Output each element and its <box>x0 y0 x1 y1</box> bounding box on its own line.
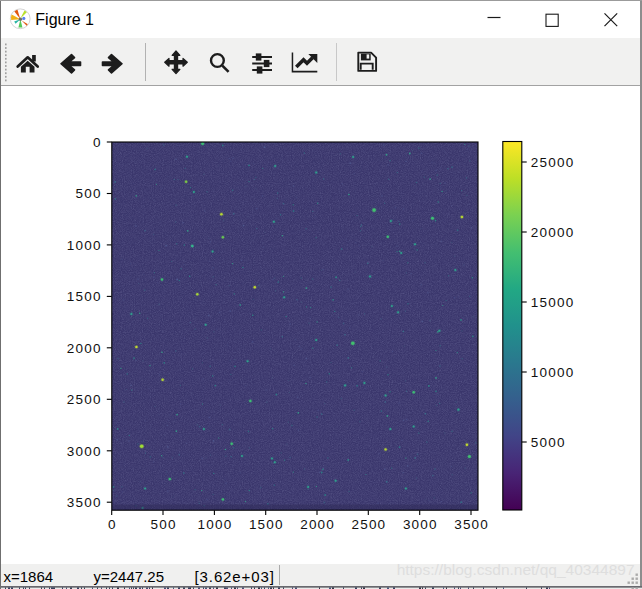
svg-text:2000: 2000 <box>67 341 102 356</box>
svg-text:1500: 1500 <box>249 517 284 532</box>
svg-text:3500: 3500 <box>454 517 489 532</box>
svg-text:2000: 2000 <box>300 517 335 532</box>
svg-text:3000: 3000 <box>403 517 438 532</box>
svg-text:5000: 5000 <box>531 435 566 450</box>
svg-text:25000: 25000 <box>531 155 575 170</box>
svg-text:2500: 2500 <box>351 517 386 532</box>
svg-text:x=1864: x=1864 <box>4 568 54 585</box>
svg-text:20000: 20000 <box>531 225 575 240</box>
svg-text:1000: 1000 <box>67 238 102 253</box>
svg-text:0: 0 <box>93 135 102 150</box>
svg-text:500: 500 <box>76 186 102 201</box>
svg-text:500: 500 <box>151 517 177 532</box>
svg-text:3500: 3500 <box>67 495 102 510</box>
svg-text:10000: 10000 <box>531 365 575 380</box>
svg-text:0: 0 <box>108 517 117 532</box>
svg-text:1000: 1000 <box>198 517 233 532</box>
svg-text:3000: 3000 <box>67 444 102 459</box>
svg-text:y=2447.25: y=2447.25 <box>94 568 164 585</box>
svg-text:https://blog.csdn.net/qq_40344: https://blog.csdn.net/qq_40344897 <box>397 561 635 578</box>
svg-text:Figure 1: Figure 1 <box>35 11 94 28</box>
svg-text:1500: 1500 <box>67 289 102 304</box>
svg-text:15000: 15000 <box>531 295 575 310</box>
svg-text:[3.62e+03]: [3.62e+03] <box>195 568 275 585</box>
svg-text:2500: 2500 <box>67 392 102 407</box>
